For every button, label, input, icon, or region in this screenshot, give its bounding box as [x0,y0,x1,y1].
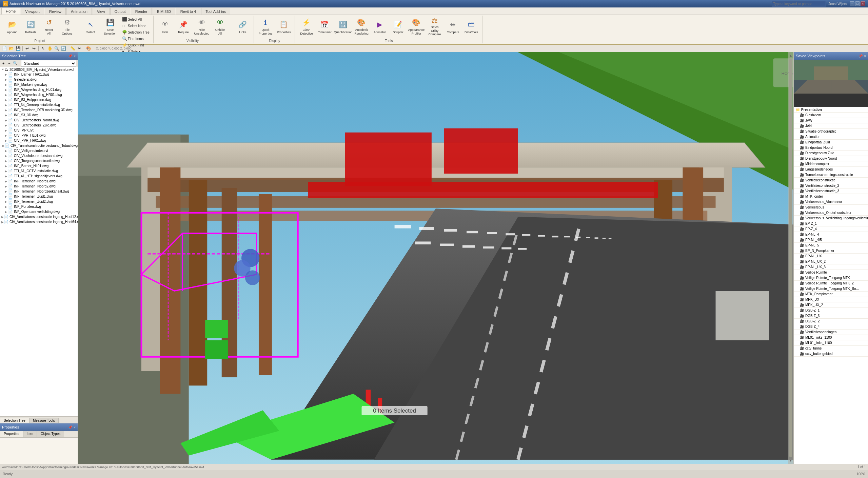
tree-item-f16[interactable]: ▶ 📄 CIV_Veilige ruimtes.rvt [0,148,78,153]
vp-tunnelbescherming[interactable]: 🎥 Tunnelbeschermingsconstructie [794,172,868,178]
vp-situatie[interactable]: 🎥 Situatie orthographic [794,129,868,134]
expand-f25[interactable]: ▶ [5,195,8,198]
vp-epnl-ux[interactable]: 🎥 EP-NL_UX [794,254,868,259]
vp-verkeer-onder[interactable]: 🎥 Verkeersbus_Onderhoudsdeur [794,210,868,216]
vp-epnl45[interactable]: 🎥 EP-NL_4/5 [794,237,868,243]
tree-item-root[interactable]: ▼ 🗂 20160603_BIM_Hyacint_VelsertunneLnwd [0,67,78,72]
expand-f4[interactable]: ▶ [5,88,8,92]
datatools-button[interactable]: 🗃 DataTools [462,16,480,37]
expand-f28[interactable]: ▶ [5,210,8,214]
expand-f19[interactable]: ▶ [5,164,8,168]
tree-item-f13[interactable]: ▶ 📄 CIV_PVR_HL01.dwg [0,133,78,138]
compare-button[interactable]: ⬌ Compare [444,16,462,37]
vp-verkeer-vlucht[interactable]: 🎥 Verkeersbus_Vluchtdeur [794,199,868,205]
hide-button[interactable]: 👁 Hide [156,16,174,37]
tb-save[interactable]: 💾 [15,45,21,52]
tab-revit4[interactable]: Revit to 4 [176,8,200,15]
expand-f12[interactable]: ▶ [5,129,8,132]
tab-object-types[interactable]: Object Types [37,431,64,437]
expand-f21[interactable]: ▶ [5,175,8,178]
tree-item-f5[interactable]: ▶ 📄 INF_Wegverharding_HR01.dwg [0,92,78,97]
vp-mpk-ux2[interactable]: 🎥 MPK_UX_2 [794,302,868,308]
tree-item-f14[interactable]: ▶ 📄 CIV_PVR_HR01.dwg [0,138,78,143]
vp-vr-toegang-mtk2[interactable]: 🎥 Veilige Ruimte_Toegang MTK_2 [794,281,868,286]
titlebar-search[interactable] [772,1,826,6]
select-all-button[interactable]: ⬛ Select All [120,16,151,22]
vp-dienstgebouw-z[interactable]: 🎥 Dienstgebouw Zuid [794,151,868,156]
quick-properties-button[interactable]: ℹ QuickProperties [257,16,274,37]
tree-item-f30[interactable]: ▶ 📄 CIV_Ventilatores constructie ingang_… [0,219,78,224]
links-button[interactable]: 🔗 Links [234,16,252,37]
vp-vr-toegang-mtkbo[interactable]: 🎥 Veilige Ruimte_Toegang MTK_Bo... [794,286,868,292]
tree-item-f25[interactable]: ▶ 📄 INF_Terreinen_Zuid1.dwg [0,194,78,199]
vp-ml01-links2[interactable]: 🎥 ML01_links_1100 [794,340,868,346]
tb-section[interactable]: ✂ [76,45,82,52]
tree-item-f19[interactable]: ▶ 📄 INF_Barrier_HL01.dwg [0,163,78,168]
vp-ventilatie1[interactable]: 🎥 Ventilatieconstructie [794,178,868,183]
scripter-button[interactable]: 📝 Scripter [389,16,407,37]
tb-undo[interactable]: ↩ [24,45,30,52]
tree-item-f11[interactable]: ▶ 📄 CIV_Lichtroosters_Zuid.dwg [0,123,78,128]
vp-animation[interactable]: 🎥 Animation [794,134,868,140]
tb-new[interactable]: 📄 [1,45,7,52]
expand-f9[interactable]: ▶ [5,114,8,117]
sel-tree-pin[interactable]: 📌 [68,54,72,58]
tree-item-f29[interactable]: ▶ 📄 CIV_Ventilatores constructie ingang_… [0,214,78,219]
tree-item-f2[interactable]: ▶ 📄 Geleideral.dwg [0,77,78,82]
scroll-up-arrow[interactable]: ▲ [789,54,792,57]
tb-orbit[interactable]: 🔄 [60,45,66,52]
vp-vr-toegang-mtk[interactable]: 🎥 Veilige Ruimte_Toegang MTK [794,275,868,281]
vp-ventilatie3[interactable]: 🎥 Ventilatieconstructie_3 [794,188,868,194]
vp-epz1[interactable]: 🎥 EP-Z_1 [794,221,868,226]
tb-select[interactable]: ↖ [40,45,46,52]
vp-ml01-links1[interactable]: 🎥 ML01_links_1100 [794,335,868,340]
tab-tooladdins[interactable]: Tool Add-ins [201,8,230,15]
tab-properties[interactable]: Properties [0,431,23,437]
vp-eindportaal-n[interactable]: 🎥 Eindportaal Noord [794,145,868,151]
selection-tree-small-button[interactable]: 🌳 Selection Tree [120,29,151,35]
file-options-button[interactable]: ⚙ FileOptions [58,16,76,37]
expand-f6[interactable]: ▶ [5,98,8,102]
tab-render[interactable]: Render [131,8,152,15]
animator-button[interactable]: ▶ Animator [371,16,389,37]
vp-langssnedesnedes[interactable]: 🎥 Langssnedsnedes [794,167,868,172]
tab-selection-tree[interactable]: Selection Tree [0,418,29,423]
vp-epz4[interactable]: 🎥 EP-Z_4 [794,226,868,232]
expand-f1[interactable]: ▶ [5,73,8,76]
tree-item-f7[interactable]: ▶ 📄 TTI_64_Omroepinstallatie.dwg [0,102,78,107]
refresh-button[interactable]: 🔄 Refresh [22,16,39,37]
vp-verkeer[interactable]: 🎥 Verkeersbus [794,205,868,210]
vp-jaw[interactable]: 🎥 JAW [794,118,868,123]
tb-measure[interactable]: 📏 [70,45,76,52]
tree-item-f26[interactable]: ▶ 📄 INF_Terreinen_Zuid2.dwg [0,199,78,204]
tree-item-f9[interactable]: ▶ 📄 INF_53_3D.dwg [0,113,78,118]
vp-dgbz1[interactable]: 🎥 DGB-Z_1 [794,308,868,313]
vp-verkeer-verlichting[interactable]: 🎥 Verkeersbus_Verlichting_Ingangsverlich… [794,216,868,221]
expand-f24[interactable]: ▶ [5,190,8,193]
tree-item-f18[interactable]: ▶ 📄 CIV_Toegangsconstructie.dwg [0,158,78,163]
scroll-down-arrow[interactable]: ▼ [789,459,792,462]
vp-veilige-ruimte[interactable]: 🎥 Veilige Ruimte [794,270,868,275]
tb-open[interactable]: 📂 [8,45,14,52]
tree-tb-collapse[interactable]: − [6,60,12,66]
vp-clashview[interactable]: 🎥 Clashview [794,113,868,118]
expand-f16[interactable]: ▶ [5,149,8,153]
tab-animation[interactable]: Animation [66,8,92,15]
expand-f5[interactable]: ▶ [5,93,8,97]
quantification-button[interactable]: 🔢 Quantification [334,16,352,37]
tree-item-f15[interactable]: ▶ 📄 CIV_Tunnelconstructie bestaand_Totaa… [0,143,78,148]
props-pin[interactable]: 📌 [68,425,72,429]
vp-dgbz2[interactable]: 🎥 DGB-Z_2 [794,319,868,324]
expand-f23[interactable]: ▶ [5,185,8,188]
vp-epnl-ux2[interactable]: 🎥 EP-NL_UX_2 [794,259,868,264]
vp-folder-presentation[interactable]: 📁 Presentation [794,107,868,113]
tb-pan[interactable]: ✋ [47,45,53,52]
expand-f29[interactable]: ▶ [1,215,4,219]
vp-cctv-buiten[interactable]: 🎥 cctv_buitengebied [794,351,868,357]
expand-f18[interactable]: ▶ [5,159,8,163]
append-button[interactable]: 📂 Append [3,16,21,37]
viewport[interactable]: 0 Items Selected HOME ▲ ▼ [78,52,793,464]
expand-f13[interactable]: ▶ [5,134,8,137]
clash-detective-button[interactable]: ⚡ ClashDetective [298,16,315,37]
tree-tb-search[interactable]: 🔍 [13,60,18,66]
